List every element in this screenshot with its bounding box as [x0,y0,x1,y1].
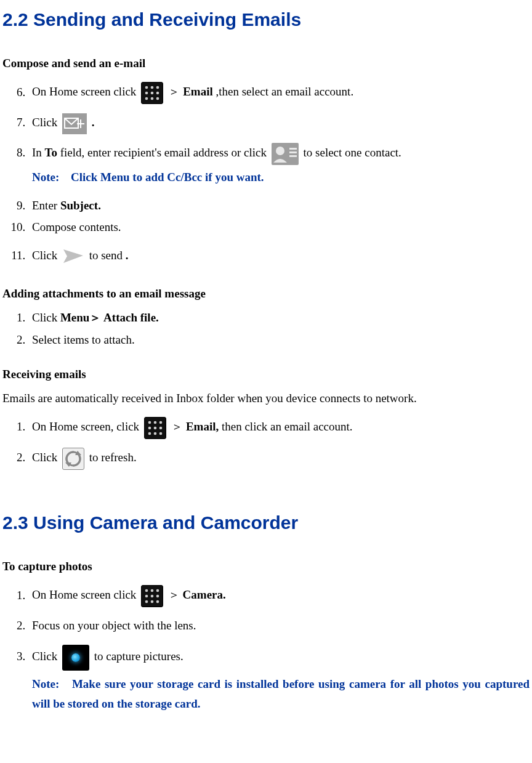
list-item: Click . [28,113,530,134]
svg-point-35 [151,600,154,604]
svg-point-30 [156,589,159,592]
step-text: On Home screen click [32,86,139,99]
receiving-subheader: Receiving emails [2,365,530,384]
chevron-icon: ＞ [168,86,183,99]
svg-point-25 [159,432,163,435]
note-label: Note: [32,677,59,690]
svg-point-29 [151,589,154,592]
refresh-icon [62,448,84,470]
step-text: Click [32,451,60,464]
send-icon [62,247,84,265]
svg-point-4 [151,92,154,95]
step-text: field, enter recipient's email address o… [60,146,270,159]
compose-email-icon [62,113,87,134]
apps-grid-icon [141,585,163,607]
svg-point-23 [148,432,151,435]
step-text: Click [32,116,60,129]
step-text: Select items to attach. [32,333,135,346]
list-item: Click to refresh. [28,448,530,470]
svg-point-36 [156,600,159,604]
chevron-icon: ＞ [168,589,180,602]
step-text: Email, [186,420,219,433]
step-text: to capture pictures. [94,650,183,663]
step-text: Subject. [60,199,101,212]
svg-point-6 [145,97,148,100]
step-text: Focus on your object with the lens. [32,619,196,632]
step-text: On Home screen, click [32,420,142,433]
svg-point-24 [154,432,157,435]
step-text: Menu＞ Attach file. [60,311,159,324]
capture-subheader: To capture photos [2,557,530,576]
svg-point-20 [148,427,151,430]
svg-point-1 [151,86,154,89]
svg-point-21 [154,427,157,430]
svg-rect-14 [289,151,297,153]
svg-marker-16 [63,249,83,263]
apps-grid-icon [144,417,166,439]
step-text: Enter [32,199,60,212]
svg-point-8 [156,97,159,100]
step-text: to select one contact. [304,146,401,159]
attachments-subheader: Adding attachments to an email message [2,284,530,304]
step-text: ,then select an email account. [216,86,353,99]
compose-steps-list: On Home screen click ＞ Email ,then selec… [2,82,530,265]
step-text: then click an email account. [222,420,353,433]
step-text: Click [32,650,60,663]
note-body: Make sure your storage card is installed… [32,677,530,710]
contact-picker-icon [272,143,299,165]
step-text: To [45,146,57,159]
svg-rect-15 [289,155,297,157]
svg-point-17 [148,421,151,424]
step-text: Click [32,311,60,324]
compose-subheader: Compose and send an e-mail [2,54,530,73]
svg-point-2 [156,86,159,89]
step-text: Click [32,249,60,262]
list-item: Focus on your object with the lens. [28,616,530,636]
list-item: On Home screen click ＞ Camera. [28,585,530,607]
step-text: to refresh. [89,451,137,464]
svg-point-5 [156,92,159,95]
note-text: Note: Make sure your storage card is ins… [32,674,530,714]
svg-point-3 [145,92,148,95]
svg-point-22 [159,427,163,430]
svg-point-31 [145,595,148,598]
apps-grid-icon [141,82,163,104]
camera-shutter-icon [62,645,89,671]
svg-point-0 [145,86,148,89]
receiving-intro: Emails are automatically received in Inb… [2,389,530,408]
list-item: Select items to attach. [28,330,530,350]
list-item: In To field, enter recipient's email add… [28,143,530,187]
receiving-steps-list: On Home screen, click ＞ Email, then clic… [2,417,530,470]
list-item: On Home screen, click ＞ Email, then clic… [28,417,530,439]
step-text: In [32,146,45,159]
step-text: . [92,116,95,129]
step-text: to send [89,249,123,262]
svg-point-12 [276,147,284,155]
step-text: Camera. [183,589,226,602]
svg-point-34 [145,600,148,604]
note-text: Note: Click Menu to add Cc/Bcc if you wa… [32,168,530,187]
capture-steps-list: On Home screen click ＞ Camera. Focus on … [2,585,530,714]
list-item: Enter Subject. [28,196,530,216]
svg-point-19 [159,421,163,424]
list-item: Click to send . [28,246,530,266]
note-body: Click Menu to add Cc/Bcc if you want. [71,171,264,184]
svg-point-7 [151,97,154,100]
step-text: On Home screen click [32,589,139,602]
svg-rect-13 [289,148,297,150]
note-label: Note: [32,171,59,184]
list-item: Compose contents. [28,217,530,237]
list-item: On Home screen click ＞ Email ,then selec… [28,82,530,104]
svg-point-18 [154,421,157,424]
list-item: Click to capture pictures. Note: Make su… [28,645,530,714]
svg-point-33 [156,595,159,598]
svg-point-32 [151,595,154,598]
step-text: . [126,249,129,262]
step-text: Compose contents. [32,220,121,233]
step-text: Email [183,86,213,99]
list-item: Click Menu＞ Attach file. [28,308,530,328]
svg-point-28 [145,589,148,592]
section-heading-2-2: 2.2 Sending and Receiving Emails [2,4,530,35]
chevron-icon: ＞ [171,420,186,433]
section-heading-2-3: 2.3 Using Camera and Camcorder [2,507,530,538]
